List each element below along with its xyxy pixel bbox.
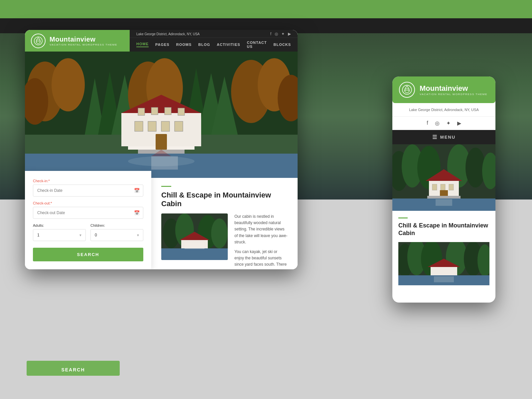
mobile-logo-text: Mountainview VACATION RENTAL WORDPRESS T… <box>420 84 487 96</box>
desktop-mockup: Mountainview VACATION RENTAL WORDPRESS T… <box>25 30 298 269</box>
mobile-mockup: Mountainview VACATION RENTAL WORDPRESS T… <box>392 76 495 303</box>
nav-contact[interactable]: CONTACT US <box>247 41 267 49</box>
mobile-logo-title: Mountainview <box>420 84 487 93</box>
youtube-icon[interactable]: ▶ <box>288 32 291 36</box>
content-area: Check-in:* 📅 Check-out:* 📅 Adults: <box>25 178 298 269</box>
logo-title: Mountainview <box>50 36 117 43</box>
content-text: Our cabin is nestled in beautifully wood… <box>234 213 288 269</box>
content-flex: Our cabin is nestled in beautifully wood… <box>161 213 288 269</box>
adults-select-wrap: 1 2 3 4 ▼ <box>33 229 86 241</box>
mobile-facebook-icon[interactable]: f <box>427 120 428 126</box>
menu-label: MENU <box>440 135 456 140</box>
nav-links: HOME PAGES ROOMS BLOG ACTIVITIES CONTACT… <box>130 38 298 51</box>
mobile-nav[interactable]: ☰ MENU <box>392 130 495 144</box>
nav-home[interactable]: HOME <box>136 42 149 47</box>
svg-rect-58 <box>427 196 461 199</box>
mobile-logo-icon <box>399 82 415 98</box>
booking-form: Check-in:* 📅 Check-out:* 📅 Adults: <box>25 171 151 269</box>
content-main: Chill & Escape in Mountainview Cabin <box>151 178 298 269</box>
logo-icon <box>31 34 46 48</box>
section-title: Chill & Escape in Mountainview Cabin <box>161 191 288 208</box>
content-image <box>161 213 228 260</box>
svg-rect-60 <box>436 199 452 206</box>
checkin-calendar-icon: 📅 <box>131 185 143 196</box>
children-select-wrap: 0 1 2 3 ▼ <box>90 229 143 241</box>
svg-rect-54 <box>432 184 437 190</box>
svg-rect-25 <box>138 108 145 115</box>
content-paragraph-1: Our cabin is nestled in beautifully wood… <box>234 213 288 245</box>
mobile-content: Chill & Escape in Mountainview Cabin <box>392 211 495 292</box>
svg-rect-33 <box>151 156 178 170</box>
mobile-hero-image <box>392 144 495 211</box>
svg-point-4 <box>52 58 85 111</box>
svg-rect-27 <box>165 107 171 115</box>
mobile-logo-area: Mountainview VACATION RENTAL WORDPRESS T… <box>392 76 495 103</box>
checkin-input[interactable] <box>33 185 131 196</box>
svg-rect-55 <box>441 184 445 190</box>
svg-rect-26 <box>151 107 158 115</box>
mobile-instagram-icon[interactable]: ◎ <box>435 120 440 126</box>
svg-rect-42 <box>161 248 228 260</box>
hero-image <box>25 52 298 178</box>
svg-rect-29 <box>156 134 167 150</box>
adults-group: Adults: 1 2 3 4 ▼ <box>33 223 86 241</box>
svg-rect-23 <box>161 121 170 131</box>
nav-activities[interactable]: ACTIVITIES <box>217 43 240 47</box>
content-paragraph-2: You can kayak, jet ski or enjoy the beau… <box>234 249 288 269</box>
svg-rect-43 <box>185 242 204 249</box>
svg-rect-57 <box>440 190 448 196</box>
svg-rect-21 <box>135 121 143 131</box>
site-header: Mountainview VACATION RENTAL WORDPRESS T… <box>25 30 298 52</box>
checkin-input-wrap: 📅 <box>33 185 143 197</box>
hamburger-icon: ☰ <box>432 134 438 140</box>
mobile-section-accent <box>398 217 408 218</box>
checkout-group: Check-out:* 📅 <box>33 201 143 219</box>
mobile-address: Lake George District, Adirondack, NY, US… <box>392 103 495 117</box>
nav-blog[interactable]: BLOG <box>198 43 210 47</box>
adults-label: Adults: <box>33 223 86 227</box>
children-group: Children: 0 1 2 3 ▼ <box>90 223 143 241</box>
checkin-group: Check-in:* 📅 <box>33 179 143 197</box>
svg-rect-28 <box>178 108 185 115</box>
nav-rooms[interactable]: ROOMS <box>176 43 192 47</box>
nav-blocks[interactable]: BLOCKS <box>274 43 291 47</box>
adults-arrow-icon: ▼ <box>75 231 85 240</box>
logo-text-area: Mountainview VACATION RENTAL WORDPRESS T… <box>50 36 117 46</box>
mobile-twitter-icon[interactable]: ✦ <box>446 120 451 126</box>
svg-rect-22 <box>148 121 156 131</box>
checkout-label: Check-out:* <box>33 201 143 205</box>
bg-top-strip <box>0 0 532 18</box>
social-icons: f ◎ ✦ ▶ <box>270 32 291 36</box>
facebook-icon[interactable]: f <box>270 32 271 36</box>
location-text: Lake George District, Adirondack, NY, US… <box>136 32 200 36</box>
instagram-icon[interactable]: ◎ <box>275 32 278 36</box>
svg-rect-56 <box>449 184 454 190</box>
children-select[interactable]: 0 1 2 3 <box>91 229 133 241</box>
section-accent <box>161 186 171 187</box>
adults-select[interactable]: 1 2 3 4 <box>33 229 75 241</box>
mobile-content-image <box>398 242 489 285</box>
checkout-input[interactable] <box>33 207 131 218</box>
mobile-logo-subtitle: VACATION RENTAL WORDPRESS THEME <box>420 93 487 96</box>
checkin-label: Check-in:* <box>33 179 143 183</box>
children-label: Children: <box>90 223 143 227</box>
search-button[interactable]: SEARCH <box>33 248 143 261</box>
guests-row: Adults: 1 2 3 4 ▼ Children: <box>33 223 143 246</box>
svg-rect-71 <box>434 276 454 282</box>
mobile-youtube-icon[interactable]: ▶ <box>457 120 461 126</box>
bg-search-text-label: SEARCH <box>27 367 120 372</box>
children-arrow-icon: ▼ <box>133 231 143 240</box>
top-bar: Lake George District, Adirondack, NY, US… <box>130 30 298 38</box>
checkout-input-wrap: 📅 <box>33 207 143 219</box>
logo-subtitle: VACATION RENTAL WORDPRESS THEME <box>50 43 117 46</box>
svg-point-39 <box>211 218 228 248</box>
nav-pages[interactable]: PAGES <box>155 43 170 47</box>
checkout-calendar-icon: 📅 <box>131 207 143 218</box>
svg-rect-24 <box>175 121 183 131</box>
nav-area: Lake George District, Adirondack, NY, US… <box>130 30 298 52</box>
mobile-social: f ◎ ✦ ▶ <box>392 117 495 130</box>
logo-area: Mountainview VACATION RENTAL WORDPRESS T… <box>25 30 130 52</box>
mobile-section-title: Chill & Escape in Mountainview Cabin <box>398 222 489 237</box>
twitter-icon[interactable]: ✦ <box>281 32 285 36</box>
